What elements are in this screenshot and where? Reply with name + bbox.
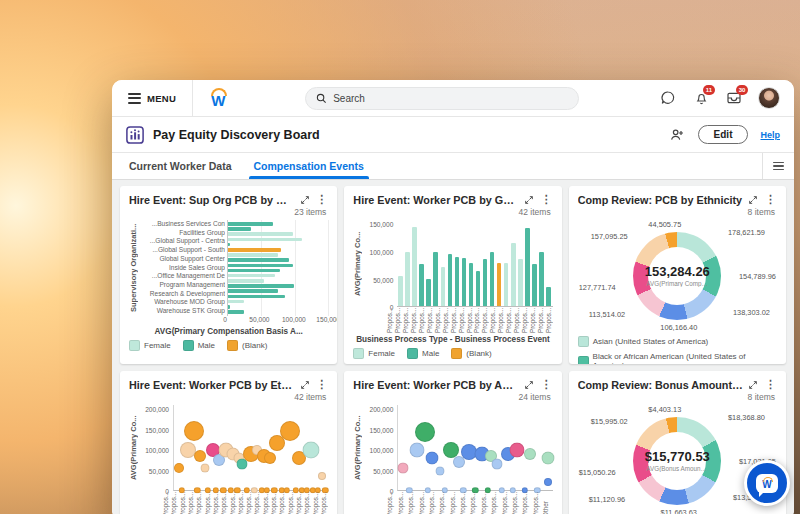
bubble[interactable] [435, 466, 444, 475]
bar[interactable] [448, 254, 452, 306]
tab-compensation-events[interactable]: Compensation Events [243, 153, 375, 179]
bar[interactable] [228, 295, 285, 299]
donut-ring[interactable] [633, 417, 721, 505]
bubble[interactable] [184, 421, 204, 441]
segment-value-label: 178,621.59 [728, 228, 765, 237]
bar[interactable] [469, 263, 473, 306]
bar[interactable] [525, 228, 529, 306]
kebab-menu-icon[interactable]: ⋮ [315, 193, 328, 206]
y-tick-label: 200,000 [369, 406, 393, 413]
legend-item[interactable]: Black or African American (United States… [578, 352, 777, 364]
bar[interactable] [228, 269, 280, 273]
bar[interactable] [490, 252, 494, 306]
workday-assistant-widget[interactable]: W [744, 460, 790, 506]
bar[interactable] [228, 227, 251, 231]
bar[interactable] [441, 267, 445, 306]
legend-item[interactable]: Asian (United States of America) [578, 336, 709, 347]
bar[interactable] [405, 252, 409, 306]
items-count: 8 items [578, 392, 775, 402]
legend-item[interactable]: Female [353, 348, 395, 359]
bar[interactable] [228, 243, 230, 247]
bar[interactable] [462, 258, 466, 306]
bubble[interactable] [397, 462, 408, 473]
bubble[interactable] [280, 421, 300, 441]
view-list-icon[interactable] [762, 153, 794, 179]
bar[interactable] [455, 257, 459, 307]
kebab-menu-icon[interactable]: ⋮ [764, 378, 777, 391]
bar[interactable] [518, 259, 522, 306]
menu-button[interactable]: MENU [112, 80, 192, 116]
bar[interactable] [398, 276, 402, 306]
bar[interactable] [546, 287, 550, 306]
bar[interactable] [228, 310, 244, 314]
bar[interactable] [228, 284, 294, 288]
kebab-menu-icon[interactable]: ⋮ [764, 193, 777, 206]
bar[interactable] [483, 259, 487, 306]
bubble[interactable] [453, 456, 465, 468]
x-tick-label: Propos... [253, 491, 261, 514]
bubble[interactable] [415, 422, 435, 442]
bar[interactable] [228, 264, 293, 268]
bar[interactable] [511, 243, 515, 306]
expand-icon[interactable] [747, 378, 760, 391]
bubble[interactable] [194, 450, 206, 462]
expand-icon[interactable] [747, 193, 760, 206]
kebab-menu-icon[interactable]: ⋮ [540, 378, 553, 391]
workday-logo[interactable]: W [211, 88, 225, 108]
profile-avatar[interactable] [758, 87, 780, 109]
bar[interactable] [228, 300, 244, 304]
expand-icon[interactable] [298, 378, 311, 391]
bar[interactable] [228, 232, 293, 236]
search-input[interactable]: Search [305, 87, 579, 110]
chat-icon[interactable] [659, 89, 677, 107]
bar[interactable] [476, 271, 480, 306]
inbox-icon[interactable]: 30 [725, 89, 743, 107]
bubble[interactable] [544, 478, 552, 486]
bubble[interactable] [303, 441, 320, 458]
bar[interactable] [228, 305, 230, 309]
bar[interactable] [419, 264, 423, 306]
bar[interactable] [426, 279, 430, 306]
bar[interactable] [433, 252, 437, 306]
bar[interactable] [228, 274, 275, 278]
bubble[interactable] [409, 442, 424, 457]
bubble[interactable] [426, 452, 439, 465]
legend-item[interactable]: Male [183, 340, 215, 351]
bar[interactable] [228, 258, 289, 262]
expand-icon[interactable] [523, 193, 536, 206]
bar[interactable] [228, 248, 281, 252]
bubble[interactable] [524, 448, 536, 460]
bubble[interactable] [510, 442, 525, 457]
bubble[interactable] [264, 452, 276, 464]
bar[interactable] [228, 289, 278, 293]
bubble[interactable] [200, 463, 209, 472]
legend-item[interactable]: (Blank) [227, 340, 267, 351]
kebab-menu-icon[interactable]: ⋮ [315, 378, 328, 391]
help-link[interactable]: Help [760, 130, 780, 140]
legend-item[interactable]: Male [407, 348, 439, 359]
y-tick-label: 50,000 [149, 467, 169, 474]
share-user-icon[interactable] [668, 126, 686, 144]
bar[interactable] [532, 264, 536, 306]
legend-item[interactable]: (Blank) [451, 348, 491, 359]
bubble[interactable] [542, 452, 555, 465]
donut-ring[interactable] [633, 232, 721, 320]
tab-current-worker-data[interactable]: Current Worker Data [118, 153, 243, 179]
edit-button[interactable]: Edit [698, 125, 749, 144]
bar[interactable] [228, 253, 278, 257]
bubble[interactable] [174, 463, 184, 473]
kebab-menu-icon[interactable]: ⋮ [540, 193, 553, 206]
bar[interactable] [539, 252, 543, 306]
bar[interactable] [228, 279, 264, 283]
notifications-bell-icon[interactable]: 11 [692, 89, 710, 107]
bar[interactable] [412, 227, 416, 306]
expand-icon[interactable] [298, 193, 311, 206]
bubble[interactable] [318, 472, 326, 480]
legend-item[interactable]: Female [129, 340, 171, 351]
expand-icon[interactable] [523, 378, 536, 391]
bar[interactable] [497, 263, 501, 307]
bar[interactable] [228, 238, 302, 242]
bubble[interactable] [492, 458, 503, 469]
bar[interactable] [504, 263, 508, 307]
bar[interactable] [228, 222, 273, 226]
